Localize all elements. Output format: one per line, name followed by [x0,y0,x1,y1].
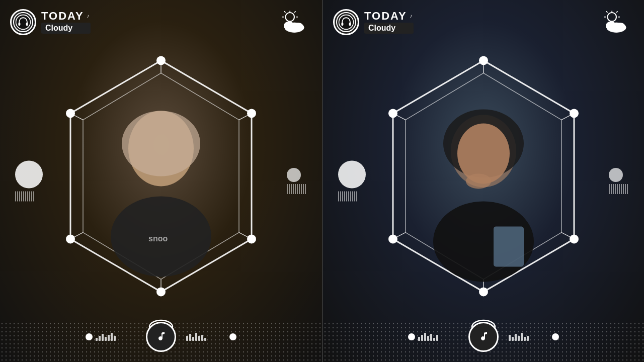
svg-text:snoo: snoo [148,234,168,243]
svg-point-3 [286,13,295,22]
right-panel: TODAY ♪ Cloudy [322,0,644,362]
left-musically-button[interactable] [146,322,176,352]
wave-bar [189,334,191,341]
wave-bar [105,337,107,341]
wave-bar [427,336,429,341]
svg-line-8 [284,11,286,13]
right-music-note: ♪ [410,14,414,19]
left-header: TODAY ♪ Cloudy [10,9,91,35]
wave-bar [201,335,203,341]
left-hex-frame: snoo [55,55,267,297]
svg-point-12 [294,23,303,30]
svg-point-46 [616,23,625,30]
left-bottom-bar [0,322,322,352]
wave-bar [99,336,101,341]
right-deco-left [338,161,366,202]
svg-line-42 [606,11,608,13]
right-bottom-dot-left [408,333,415,340]
right-title-today: TODAY ♪ [364,11,414,22]
wave-bar [114,336,116,341]
svg-point-28 [122,111,200,176]
right-header: TODAY ♪ Cloudy [333,9,414,35]
right-musically-button[interactable] [468,322,499,352]
svg-rect-2 [26,23,28,26]
wave-bar [512,337,514,341]
wave-bar [430,334,432,341]
left-panel: TODAY ♪ Cloudy [0,0,322,362]
center-divider [322,0,323,362]
right-bottom-bar [323,322,644,352]
wave-bar [527,336,529,341]
wave-bar [111,333,113,341]
svg-rect-36 [349,23,351,26]
left-music-note: ♪ [87,14,91,19]
left-barcode [15,192,35,202]
left-barcode-right [287,184,307,194]
right-circle-big [338,161,366,189]
svg-point-11 [284,22,294,31]
svg-rect-35 [341,23,343,26]
main-container: TODAY ♪ Cloudy [0,0,644,362]
wave-bar [195,333,197,341]
wave-bar [102,334,104,341]
svg-line-9 [294,11,296,13]
wave-bar [421,335,423,341]
wave-bar [424,333,426,341]
right-hex-frame [378,55,589,297]
svg-rect-1 [18,23,20,26]
left-soundcloud-icon [10,9,36,35]
right-barcode [338,192,358,202]
right-waveform-left [418,333,458,341]
left-bottom-dot-right [229,333,236,340]
wave-bar [418,337,420,341]
svg-rect-66 [494,226,524,266]
svg-point-34 [339,15,354,30]
left-deco-left [15,161,43,202]
left-title-cloudy: Cloudy [41,23,91,34]
right-title-box: TODAY ♪ Cloudy [364,11,414,34]
wave-bar [204,338,206,341]
left-waveform-left [96,333,136,341]
wave-bar [509,335,511,341]
left-deco-right [287,168,307,194]
wave-bar [96,338,98,341]
wave-bar [198,336,200,341]
svg-point-64 [466,173,491,189]
right-waveform-right [509,333,549,341]
wave-bar [515,334,517,341]
svg-point-37 [608,13,617,22]
left-bottom-dot-left [86,333,93,340]
right-deco-right [609,168,629,194]
right-weather-icon [599,9,634,37]
left-title-today: TODAY ♪ [41,11,91,22]
right-title-cloudy: Cloudy [364,23,414,34]
left-circle-small-right [287,168,301,182]
wave-bar [108,335,110,341]
wave-bar [524,337,526,341]
left-waveform-right [186,333,226,341]
right-soundcloud-icon [333,9,359,35]
wave-bar [192,337,194,341]
svg-point-45 [606,22,616,31]
wave-bar [521,333,523,341]
svg-point-0 [16,15,31,30]
wave-bar [186,336,188,341]
wave-bar [436,335,438,341]
left-title-box: TODAY ♪ Cloudy [41,11,91,34]
right-circle-small-right [609,168,623,182]
right-bottom-dot-right [552,333,559,340]
wave-bar [433,338,435,341]
left-circle-big [15,161,43,189]
wave-bar [518,336,520,341]
right-barcode-right [609,184,629,194]
svg-line-43 [616,11,618,13]
left-weather-icon [277,9,312,37]
